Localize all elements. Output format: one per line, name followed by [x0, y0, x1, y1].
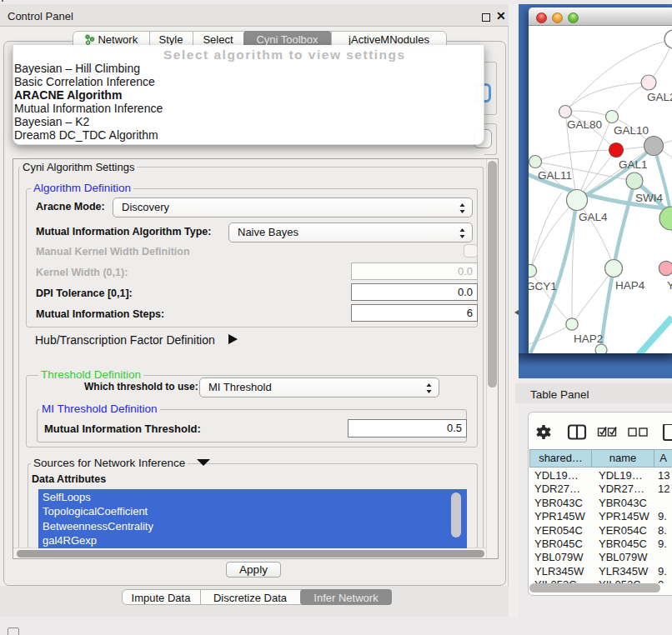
svg-text:GCY1: GCY1 [529, 280, 557, 292]
svg-text:YLR: YLR [667, 279, 672, 292]
svg-text:GAL4: GAL4 [579, 211, 608, 223]
svg-text:GAL11: GAL11 [538, 169, 572, 182]
svg-text:GAL80: GAL80 [567, 118, 602, 131]
svg-text:GAL10: GAL10 [614, 124, 649, 137]
svg-text:GAL1: GAL1 [619, 158, 648, 171]
svg-text:SWI4: SWI4 [635, 192, 663, 204]
svg-text:HAP2: HAP2 [574, 332, 603, 345]
svg-text:HAP4: HAP4 [615, 279, 645, 292]
svg-text:GAL2: GAL2 [647, 91, 672, 103]
